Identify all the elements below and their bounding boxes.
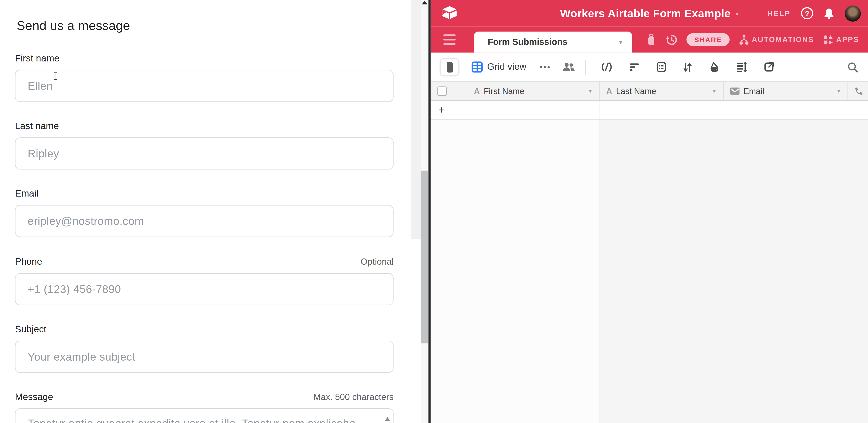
phone-input[interactable] [15, 273, 394, 305]
phone-field-group: Phone Optional [15, 256, 394, 305]
scroll-up-arrow-icon[interactable] [422, 0, 427, 4]
message-field-group: Message Max. 500 characters [15, 392, 394, 423]
airtable-topbar: Workers Airtable Form Example ▾ HELP ? [431, 0, 868, 27]
apps-button[interactable]: APPS [824, 34, 859, 44]
grid-header-row: A First Name ▾ A Last Name ▾ Email ▾ [431, 82, 868, 101]
message-textarea[interactable] [15, 408, 394, 423]
subject-input[interactable] [15, 341, 394, 373]
message-label: Message [15, 392, 53, 403]
sort-icon[interactable] [683, 62, 692, 72]
first-name-label: First name [15, 53, 59, 64]
scrollbar-thumb[interactable] [421, 171, 428, 343]
form-heading: Send us a message [17, 18, 130, 33]
first-name-input[interactable] [15, 70, 394, 102]
email-field-icon [730, 87, 740, 95]
view-sidebar-toggle-button[interactable] [439, 58, 460, 76]
text-field-icon: A [474, 86, 480, 96]
table-tab-form-submissions[interactable]: Form Submissions ▾ [474, 32, 632, 53]
first-column-background [431, 120, 599, 423]
first-name-field-group: First name [15, 53, 394, 102]
apps-label: APPS [836, 35, 859, 44]
group-icon[interactable] [657, 62, 666, 72]
airtable-pane: Workers Airtable Form Example ▾ HELP ? F… [431, 0, 868, 423]
column-caret-icon[interactable]: ▾ [589, 88, 592, 94]
grid-body [431, 120, 868, 423]
hamburger-menu-icon[interactable] [443, 34, 456, 45]
column-caret-icon[interactable]: ▾ [713, 88, 716, 94]
left-pane-gutter [411, 0, 421, 423]
phone-optional-note: Optional [361, 257, 394, 267]
pane-divider [429, 0, 431, 423]
view-more-ellipsis-icon[interactable]: ••• [539, 63, 551, 71]
notifications-bell-icon[interactable] [824, 7, 834, 19]
search-icon[interactable] [847, 53, 858, 82]
select-all-checkbox[interactable] [437, 86, 447, 96]
automations-label: AUTOMATIONS [752, 35, 814, 44]
share-button[interactable]: SHARE [686, 33, 730, 46]
table-tab-label: Form Submissions [488, 37, 567, 47]
row-height-icon[interactable] [736, 62, 747, 72]
subject-field-group: Subject [15, 324, 394, 373]
email-field-group: Email [15, 188, 394, 237]
automations-button[interactable]: AUTOMATIONS [739, 34, 814, 45]
apps-icon [824, 34, 833, 44]
hide-fields-icon[interactable] [601, 62, 612, 72]
text-field-icon: A [606, 86, 612, 96]
share-view-icon[interactable] [764, 62, 774, 72]
snapshot-history-icon[interactable] [665, 34, 677, 45]
color-icon[interactable] [709, 62, 719, 72]
column-header-email[interactable]: Email ▾ [723, 82, 848, 100]
column-divider-line [599, 120, 600, 423]
left-pane-scrollbar[interactable] [421, 0, 429, 423]
add-record-row[interactable]: + [431, 101, 868, 119]
column-header-last-name[interactable]: A Last Name ▾ [599, 82, 723, 100]
column-caret-icon[interactable]: ▾ [837, 88, 840, 94]
toolbar-divider [585, 60, 586, 74]
last-name-input[interactable] [15, 138, 394, 170]
subject-label: Subject [15, 324, 46, 335]
contact-form-pane: Send us a message First name Last name E… [0, 0, 411, 423]
user-avatar[interactable] [845, 5, 861, 22]
view-name[interactable]: Grid view [487, 61, 526, 72]
screenshot-root: Send us a message First name Last name E… [0, 0, 868, 423]
collaborators-icon[interactable] [562, 62, 575, 72]
last-name-field-group: Last name [15, 121, 394, 170]
gutter-shade [411, 0, 421, 239]
trash-icon[interactable] [647, 34, 656, 45]
table-tab-caret-icon[interactable]: ▾ [619, 39, 622, 45]
column-header-phone[interactable]: Phone [848, 82, 868, 100]
message-maxchars-note: Max. 500 characters [313, 392, 394, 402]
phone-label: Phone [15, 256, 42, 267]
grid-view-icon [472, 61, 483, 72]
last-name-label: Last name [15, 121, 59, 132]
table-tabs-bar: Form Submissions ▾ SHARE [431, 27, 868, 53]
base-title[interactable]: Workers Airtable Form Example [560, 7, 731, 20]
textarea-scroll-up-icon[interactable] [384, 417, 390, 421]
add-record-plus-icon[interactable]: + [438, 104, 444, 116]
filter-icon[interactable] [629, 63, 640, 71]
help-menu[interactable]: HELP [767, 9, 790, 18]
automations-icon [739, 34, 749, 45]
phone-field-icon [854, 86, 864, 96]
view-toolbar: Grid view ••• [431, 53, 868, 82]
email-label: Email [15, 188, 38, 199]
email-input[interactable] [15, 205, 394, 237]
help-circle-icon[interactable]: ? [801, 7, 813, 19]
column-divider-line [599, 101, 600, 119]
textarea-scrollbar[interactable] [384, 416, 391, 423]
base-title-caret-icon[interactable]: ▾ [736, 11, 739, 17]
column-header-first-name[interactable]: A First Name ▾ [431, 82, 599, 100]
